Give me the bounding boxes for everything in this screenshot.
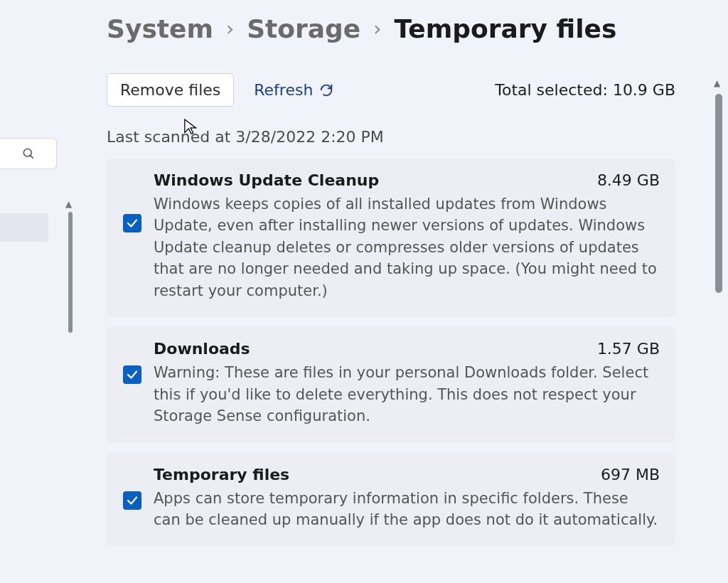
chevron-up-icon[interactable]: ▲ (714, 78, 720, 88)
item-title: Downloads (154, 340, 250, 358)
checkbox-temporary-files[interactable] (123, 491, 141, 510)
total-selected-label: Total selected: 10.9 GB (495, 81, 675, 99)
checkbox-windows-update-cleanup[interactable] (123, 214, 141, 232)
action-bar: Remove files Refresh Total selected: 10.… (107, 73, 675, 107)
item-size: 697 MB (601, 466, 660, 483)
chevron-right-icon: › (373, 17, 381, 41)
scrollbar-thumb[interactable] (715, 94, 722, 293)
breadcrumb-system[interactable]: System (107, 14, 213, 43)
svg-line-1 (30, 156, 33, 159)
list-item: Downloads 1.57 GB Warning: These are fil… (107, 327, 675, 442)
item-size: 8.49 GB (597, 171, 660, 189)
refresh-icon (318, 82, 334, 98)
scrollbar-thumb[interactable] (68, 212, 73, 333)
search-input[interactable] (0, 138, 57, 169)
item-title: Windows Update Cleanup (154, 171, 379, 189)
svg-point-0 (23, 149, 31, 156)
nav-item-selected[interactable] (0, 213, 48, 242)
refresh-button[interactable]: Refresh (254, 81, 334, 99)
list-item: Windows Update Cleanup 8.49 GB Windows k… (107, 159, 675, 317)
temp-files-list: Windows Update Cleanup 8.49 GB Windows k… (107, 159, 675, 546)
check-icon (126, 368, 139, 381)
chevron-right-icon: › (226, 17, 234, 41)
item-description: Apps can store temporary information in … (154, 488, 660, 531)
chevron-up-icon[interactable]: ▲ (65, 199, 72, 209)
page-scrollbar[interactable]: ▲ (710, 78, 728, 576)
checkbox-downloads[interactable] (123, 365, 141, 384)
item-size: 1.57 GB (597, 340, 660, 358)
left-nav-scrollbar[interactable]: ▲ (64, 199, 77, 583)
item-title: Temporary files (154, 466, 289, 483)
breadcrumb: System › Storage › Temporary files (107, 14, 675, 43)
search-icon (21, 146, 36, 161)
list-item: Temporary files 697 MB Apps can store te… (107, 453, 675, 547)
item-description: Warning: These are files in your persona… (154, 362, 660, 427)
page-content: System › Storage › Temporary files Remov… (107, 14, 675, 546)
remove-files-button[interactable]: Remove files (107, 73, 234, 107)
left-navigation-rail (0, 0, 64, 583)
breadcrumb-storage[interactable]: Storage (247, 14, 360, 43)
check-icon (126, 217, 139, 230)
last-scanned-label: Last scanned at 3/28/2022 2:20 PM (107, 128, 675, 146)
item-description: Windows keeps copies of all installed up… (154, 193, 660, 301)
page-title: Temporary files (394, 14, 616, 43)
refresh-label: Refresh (254, 81, 313, 99)
check-icon (126, 494, 139, 507)
